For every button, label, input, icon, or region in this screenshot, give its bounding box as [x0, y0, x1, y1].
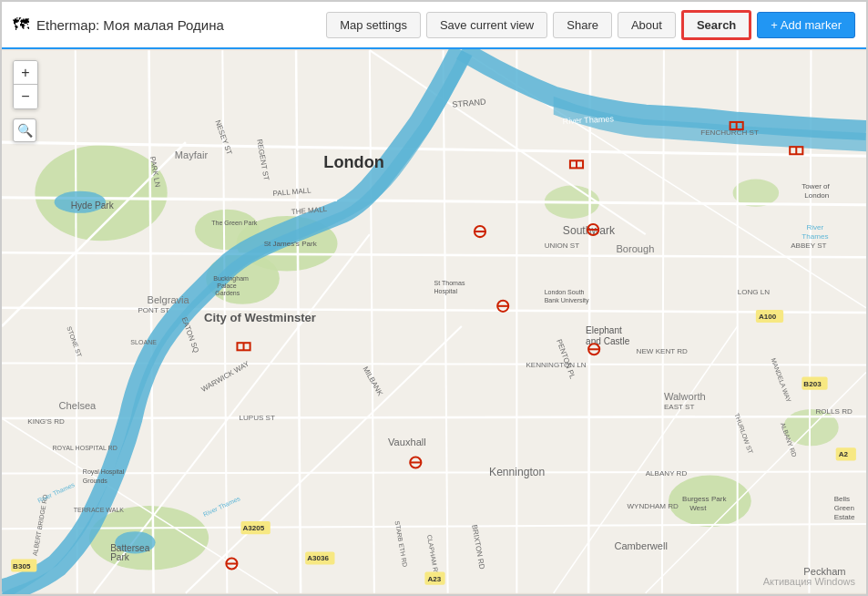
app-container: 🗺 Ethermap: Моя малая Родина Map setting…: [0, 0, 868, 596]
map-search-control[interactable]: 🔍: [13, 118, 36, 142]
svg-text:The Green Park: The Green Park: [211, 220, 258, 226]
svg-text:Gardens: Gardens: [215, 290, 240, 296]
svg-text:City of Westminster: City of Westminster: [204, 311, 316, 324]
zoom-controls: + −: [13, 60, 38, 109]
svg-text:St Thomas: St Thomas: [434, 280, 465, 286]
svg-text:St James's Park: St James's Park: [264, 240, 318, 248]
svg-text:UNION ST: UNION ST: [545, 241, 580, 250]
svg-text:A23: A23: [427, 575, 441, 583]
svg-text:ALBANY RD: ALBANY RD: [646, 469, 688, 478]
header-buttons: Map settings Save current view Share Abo…: [326, 10, 855, 40]
search-button[interactable]: Search: [681, 10, 751, 40]
magnify-icon: 🔍: [17, 123, 33, 138]
svg-text:Peckham: Peckham: [803, 566, 845, 577]
svg-text:Grounds: Grounds: [83, 478, 108, 484]
svg-text:Estate: Estate: [834, 513, 855, 521]
svg-text:B203: B203: [803, 380, 822, 388]
svg-text:Bells: Bells: [834, 495, 850, 503]
svg-text:ROLLS RD: ROLLS RD: [815, 407, 853, 416]
svg-text:Palace: Palace: [217, 283, 237, 289]
svg-text:London: London: [804, 191, 829, 200]
svg-text:Chelsea: Chelsea: [59, 400, 97, 411]
watermark: Активация Windows: [763, 576, 855, 587]
svg-text:WYNDHAM RD: WYNDHAM RD: [628, 502, 679, 510]
svg-text:Hospital: Hospital: [434, 288, 458, 295]
svg-text:Park: Park: [110, 552, 130, 562]
header: 🗺 Ethermap: Моя малая Родина Map setting…: [2, 2, 866, 49]
about-button[interactable]: About: [618, 12, 676, 38]
svg-text:A3205: A3205: [243, 524, 265, 532]
zoom-out-button[interactable]: −: [14, 85, 37, 108]
svg-text:KING'S RD: KING'S RD: [27, 417, 65, 426]
app-title: Ethermap: Моя малая Родина: [36, 17, 224, 33]
svg-text:Thames: Thames: [802, 232, 828, 241]
svg-text:PONT ST: PONT ST: [138, 306, 169, 314]
svg-text:KENNINGTON LN: KENNINGTON LN: [526, 361, 586, 369]
map-settings-button[interactable]: Map settings: [326, 12, 421, 38]
svg-text:Green: Green: [834, 504, 854, 512]
svg-text:Borough: Borough: [616, 243, 654, 254]
svg-text:Vauxhall: Vauxhall: [388, 437, 426, 447]
share-button[interactable]: Share: [553, 12, 612, 38]
svg-text:Bank University: Bank University: [545, 297, 589, 304]
svg-text:Burgess Park: Burgess Park: [682, 495, 727, 503]
svg-text:LUPUS ST: LUPUS ST: [239, 414, 275, 422]
svg-text:Tower of: Tower of: [802, 182, 830, 190]
svg-text:SLOANE: SLOANE: [130, 339, 157, 345]
add-marker-button[interactable]: + Add marker: [757, 12, 855, 38]
svg-text:A2: A2: [839, 450, 849, 458]
svg-text:Kennington: Kennington: [489, 466, 545, 478]
svg-text:Elephant: Elephant: [586, 325, 622, 335]
map-logo-icon: 🗺: [13, 15, 29, 35]
svg-text:Buckingham: Buckingham: [213, 275, 249, 283]
svg-text:NEW KENT RD: NEW KENT RD: [637, 347, 688, 355]
map-svg: STRAND FENCHURCH ST UNION ST NEW KENT RD…: [2, 49, 866, 594]
svg-text:A100: A100: [759, 313, 777, 321]
svg-text:Mayfair: Mayfair: [175, 149, 209, 160]
svg-text:Royal Hospital: Royal Hospital: [83, 468, 125, 476]
svg-text:ABBEY ST: ABBEY ST: [791, 241, 826, 250]
svg-text:TERRACE WALK: TERRACE WALK: [74, 507, 125, 513]
svg-text:London: London: [323, 153, 384, 171]
svg-text:Hyde Park: Hyde Park: [71, 200, 115, 211]
svg-text:West: West: [689, 504, 707, 512]
svg-text:B305: B305: [13, 562, 31, 570]
header-logo-area: 🗺 Ethermap: Моя малая Родина: [13, 15, 319, 35]
svg-text:A3036: A3036: [307, 554, 329, 562]
svg-text:LONG LN: LONG LN: [738, 288, 771, 296]
svg-text:Walworth: Walworth: [664, 391, 706, 402]
svg-text:EAST ST: EAST ST: [664, 403, 695, 411]
svg-text:Belgravia: Belgravia: [148, 294, 190, 305]
svg-text:ROYAL HOSPITAL RD: ROYAL HOSPITAL RD: [53, 445, 117, 451]
save-current-view-button[interactable]: Save current view: [426, 12, 547, 38]
svg-text:and Castle: and Castle: [586, 336, 630, 346]
map-container[interactable]: STRAND FENCHURCH ST UNION ST NEW KENT RD…: [2, 49, 866, 594]
svg-text:River: River: [806, 223, 823, 231]
svg-text:Camberwell: Camberwell: [614, 540, 668, 551]
svg-text:London South: London South: [545, 289, 585, 295]
zoom-in-button[interactable]: +: [14, 61, 37, 85]
